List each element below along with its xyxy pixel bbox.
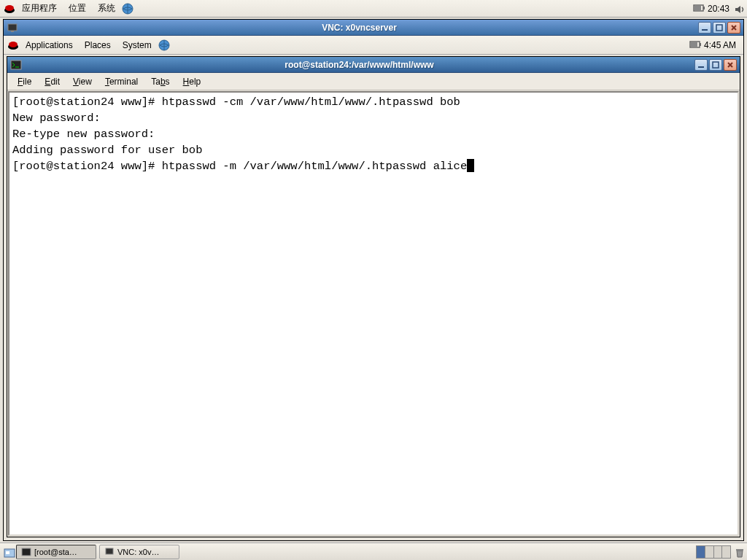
vnc-title-text: VNC: x0vncserver <box>20 23 698 33</box>
svg-point-1 <box>5 5 14 11</box>
outer-bottom-panel: [root@sta… VNC: x0v… <box>0 542 747 560</box>
inner-menu-system[interactable]: System <box>117 39 158 52</box>
svg-point-11 <box>9 42 18 47</box>
workspace-switcher[interactable] <box>696 545 731 559</box>
svg-rect-6 <box>8 24 17 31</box>
cursor-icon <box>467 159 474 172</box>
taskbar-button-vnc[interactable]: VNC: x0v… <box>99 545 179 559</box>
svg-rect-20 <box>6 551 9 554</box>
svg-rect-7 <box>11 31 14 32</box>
terminal-line: Re-type new password: <box>12 128 162 141</box>
trash-icon[interactable] <box>734 547 744 557</box>
terminal-line: Adding password for user bob <box>12 144 202 157</box>
vnc-close-button[interactable] <box>727 22 740 34</box>
taskbar-vnc-icon <box>104 547 115 557</box>
svg-rect-21 <box>22 548 31 556</box>
taskbar-button-terminal[interactable]: [root@sta… <box>16 545 96 559</box>
terminal-line: [root@station24 www]# htpasswd -m /var/w… <box>12 160 467 173</box>
globe-icon[interactable] <box>121 2 134 15</box>
svg-rect-15 <box>691 42 697 47</box>
vnc-minimize-button[interactable] <box>698 22 711 34</box>
show-desktop-icon[interactable] <box>3 547 13 557</box>
battery-icon[interactable] <box>693 4 703 14</box>
terminal-body[interactable]: [root@station24 www]# htpasswd -cm /var/… <box>8 91 739 536</box>
menu-help[interactable]: Help <box>177 75 207 88</box>
terminal-menubar: File Edit View Terminal Tabs Help <box>7 73 740 90</box>
outer-top-panel: 应用程序 位置 系统 20:43 <box>0 0 747 18</box>
workspace-4[interactable] <box>722 546 730 558</box>
workspace-3[interactable] <box>714 546 723 558</box>
svg-rect-8 <box>702 29 708 31</box>
menu-edit[interactable]: Edit <box>39 75 66 88</box>
terminal-title-text: root@station24:/var/www/html/www <box>24 60 694 70</box>
inner-globe-icon[interactable] <box>158 39 171 52</box>
inner-redhat-icon[interactable] <box>7 39 20 52</box>
terminal-window: root@station24:/var/www/html/www File Ed… <box>7 56 740 537</box>
menu-tabs[interactable]: Tabs <box>145 75 175 88</box>
taskbar-terminal-icon <box>21 547 31 557</box>
redhat-icon[interactable] <box>3 2 16 15</box>
terminal-line: New password: <box>12 112 107 125</box>
svg-rect-23 <box>736 549 743 551</box>
menu-view[interactable]: View <box>67 75 98 88</box>
inner-menu-applications[interactable]: Applications <box>20 39 79 52</box>
outer-menu-applications[interactable]: 应用程序 <box>16 1 63 16</box>
inner-battery-icon[interactable] <box>689 40 700 50</box>
inner-top-panel: Applications Places System 4:45 AM <box>4 36 743 55</box>
terminal-line: [root@station24 www]# htpasswd -cm /var/… <box>12 96 460 109</box>
svg-rect-5 <box>694 6 701 10</box>
vnc-window: VNC: x0vncserver Applications Places Sys… <box>3 19 744 541</box>
terminal-titlebar[interactable]: root@station24:/var/www/html/www <box>7 57 740 73</box>
terminal-minimize-button[interactable] <box>694 59 708 71</box>
outer-menu-system[interactable]: 系统 <box>92 1 121 16</box>
volume-icon[interactable] <box>734 4 744 14</box>
svg-rect-16 <box>11 61 21 69</box>
vnc-title-icon <box>7 22 18 34</box>
terminal-close-button[interactable] <box>724 59 737 71</box>
svg-rect-22 <box>106 548 113 554</box>
outer-clock[interactable]: 20:43 <box>708 4 729 14</box>
workspace-2[interactable] <box>705 546 714 558</box>
outer-menu-places[interactable]: 位置 <box>63 1 92 16</box>
svg-rect-9 <box>716 25 722 31</box>
svg-rect-4 <box>703 7 705 9</box>
vnc-maximize-button[interactable] <box>713 22 726 34</box>
svg-rect-18 <box>713 62 719 68</box>
svg-rect-17 <box>698 66 704 68</box>
menu-file[interactable]: File <box>12 75 37 88</box>
inner-menu-places[interactable]: Places <box>79 39 117 52</box>
terminal-title-icon <box>10 59 22 71</box>
terminal-maximize-button[interactable] <box>709 59 722 71</box>
inner-clock[interactable]: 4:45 AM <box>704 40 736 50</box>
vnc-titlebar[interactable]: VNC: x0vncserver <box>4 20 743 36</box>
taskbar-label: [root@sta… <box>34 548 77 556</box>
menu-terminal[interactable]: Terminal <box>99 75 144 88</box>
taskbar-label: VNC: x0v… <box>117 548 159 556</box>
svg-rect-14 <box>700 43 701 46</box>
workspace-1[interactable] <box>697 546 705 558</box>
